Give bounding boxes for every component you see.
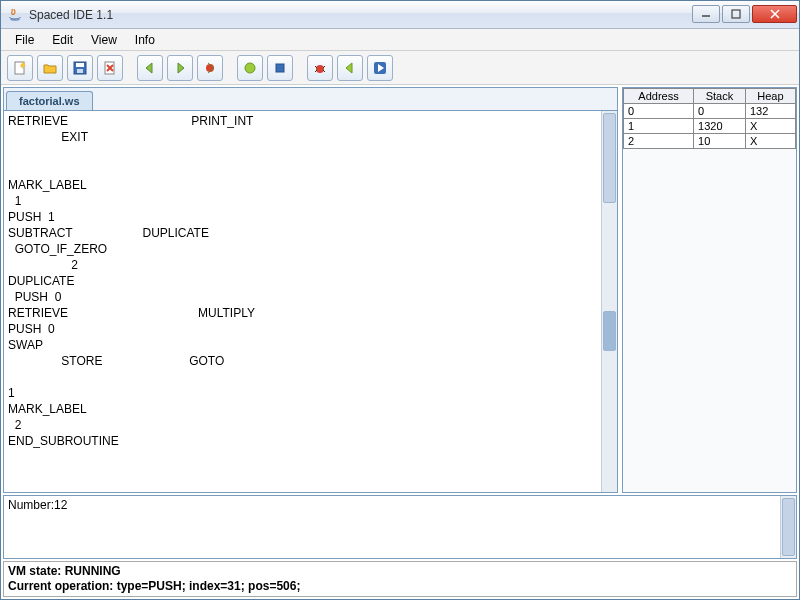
- status-pane: VM state: RUNNING Current operation: typ…: [3, 561, 797, 597]
- col-stack[interactable]: Stack: [694, 89, 746, 104]
- java-icon: [7, 7, 23, 23]
- svg-line-20: [323, 70, 325, 72]
- save-file-button[interactable]: [67, 55, 93, 81]
- tab-factorial[interactable]: factorial.ws: [6, 91, 93, 110]
- table-row[interactable]: 11320X: [624, 119, 796, 134]
- cell-heap: 132: [745, 104, 795, 119]
- svg-rect-9: [77, 69, 83, 73]
- memory-table: Address Stack Heap 0013211320X210X: [623, 88, 796, 149]
- menu-file[interactable]: File: [7, 31, 42, 49]
- close-button[interactable]: [752, 5, 797, 23]
- open-file-button[interactable]: [37, 55, 63, 81]
- run-button[interactable]: [237, 55, 263, 81]
- cell-stack: 1320: [694, 119, 746, 134]
- app-window: Spaced IDE 1.1 File Edit View Info: [0, 0, 800, 600]
- memory-pane: Address Stack Heap 0013211320X210X: [622, 87, 797, 493]
- toolbar: [1, 51, 799, 85]
- menu-view[interactable]: View: [83, 31, 125, 49]
- minimize-button[interactable]: [692, 5, 720, 23]
- step-forward-button[interactable]: [167, 55, 193, 81]
- scrollbar-marker: [603, 311, 616, 351]
- debug-stop-button[interactable]: [197, 55, 223, 81]
- editor-scrollbar[interactable]: [601, 111, 617, 492]
- step-back-button[interactable]: [137, 55, 163, 81]
- window-controls: [690, 5, 797, 25]
- svg-point-14: [245, 63, 255, 73]
- current-op-text: Current operation: type=PUSH; index=31; …: [8, 579, 792, 594]
- maximize-button[interactable]: [722, 5, 750, 23]
- svg-rect-15: [276, 64, 284, 72]
- stop-button[interactable]: [267, 55, 293, 81]
- menu-edit[interactable]: Edit: [44, 31, 81, 49]
- content-area: factorial.ws RETRIEVE PRINT_INT EXIT MAR…: [1, 85, 799, 599]
- editor-body: RETRIEVE PRINT_INT EXIT MARK_LABEL 1 PUS…: [4, 110, 617, 492]
- svg-rect-1: [732, 10, 740, 18]
- console-output[interactable]: Number:12: [4, 496, 780, 558]
- cell-address: 2: [624, 134, 694, 149]
- svg-line-19: [315, 70, 317, 72]
- svg-line-18: [323, 66, 325, 68]
- col-address[interactable]: Address: [624, 89, 694, 104]
- step-into-button[interactable]: [337, 55, 363, 81]
- editor-tabs: factorial.ws: [4, 88, 617, 110]
- cell-stack: 10: [694, 134, 746, 149]
- upper-split: factorial.ws RETRIEVE PRINT_INT EXIT MAR…: [3, 87, 797, 493]
- table-row[interactable]: 210X: [624, 134, 796, 149]
- close-file-button[interactable]: [97, 55, 123, 81]
- console-scrollbar[interactable]: [780, 496, 796, 558]
- scrollbar-thumb[interactable]: [782, 498, 795, 556]
- cell-address: 1: [624, 119, 694, 134]
- svg-rect-8: [76, 63, 84, 67]
- code-editor[interactable]: RETRIEVE PRINT_INT EXIT MARK_LABEL 1 PUS…: [4, 111, 601, 492]
- svg-point-16: [316, 65, 324, 73]
- window-title: Spaced IDE 1.1: [29, 8, 690, 22]
- scrollbar-thumb[interactable]: [603, 113, 616, 203]
- console-pane: Number:12: [3, 495, 797, 559]
- titlebar: Spaced IDE 1.1: [1, 1, 799, 29]
- editor-pane: factorial.ws RETRIEVE PRINT_INT EXIT MAR…: [3, 87, 618, 493]
- menu-info[interactable]: Info: [127, 31, 163, 49]
- continue-button[interactable]: [367, 55, 393, 81]
- cell-address: 0: [624, 104, 694, 119]
- debug-button[interactable]: [307, 55, 333, 81]
- cell-heap: X: [745, 134, 795, 149]
- cell-stack: 0: [694, 104, 746, 119]
- cell-heap: X: [745, 119, 795, 134]
- svg-line-17: [315, 66, 317, 68]
- vm-state-text: VM state: RUNNING: [8, 564, 792, 579]
- menubar: File Edit View Info: [1, 29, 799, 51]
- new-file-button[interactable]: [7, 55, 33, 81]
- table-row[interactable]: 00132: [624, 104, 796, 119]
- col-heap[interactable]: Heap: [745, 89, 795, 104]
